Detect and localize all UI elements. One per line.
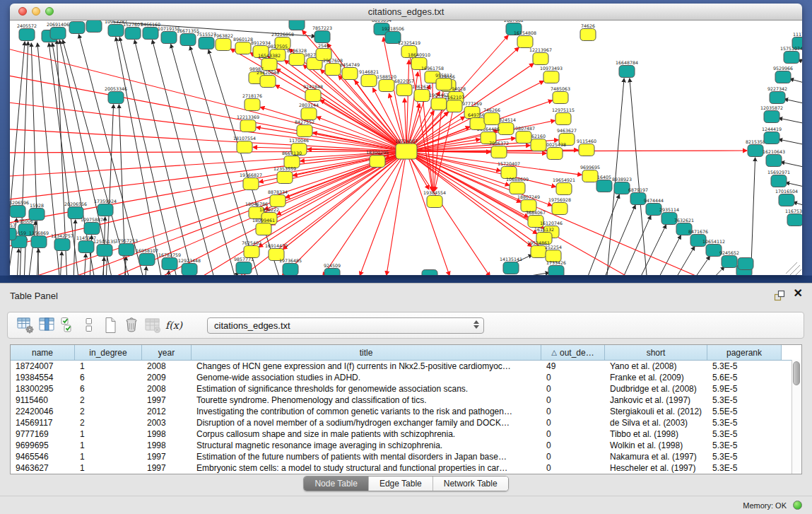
graph-node[interactable]: 10807487 [512,126,535,144]
network-canvas[interactable]: 2405572206914061095328715276079466160107… [10,21,802,275]
graph-node[interactable]: 19736485 [279,258,302,275]
graph-node[interactable]: 15751074 [780,46,802,64]
graph-node[interactable]: 1162107 [445,95,464,112]
graph-node[interactable]: 20691406 [47,22,69,40]
graph-node[interactable]: 1156869 [29,230,49,248]
graph-node[interactable]: 9529966 [773,66,793,83]
graph-node[interactable]: 19654921 [553,177,575,195]
minimize-window-button[interactable] [32,7,40,16]
graph-node[interactable]: 7963822 [213,33,233,51]
graph-node[interactable]: 9146821 [359,69,379,87]
resize-grip-icon[interactable] [786,262,801,275]
graph-node[interactable]: 16033809 [286,21,308,30]
graph-node[interactable]: 20206556 [64,201,87,219]
graph-node[interactable] [69,22,85,34]
table-row[interactable]: 2242004622012Investigating the contribut… [11,406,801,417]
column-header-name[interactable]: name [11,345,75,360]
graph-node[interactable]: 12342757 [51,233,73,251]
graph-node[interactable]: 2718176 [242,93,262,111]
column-header-out_de[interactable]: △out_de… [541,345,605,360]
graph-node[interactable]: 746266 [483,107,500,125]
graph-node[interactable]: 9245652 [719,250,739,268]
graph-node[interactable]: 8960128 [233,37,253,54]
graph-node[interactable]: 10975887 [81,217,103,235]
graph-node[interactable]: 7857223 [312,25,332,43]
graph-node[interactable]: 25206596 [10,200,29,218]
table-row[interactable]: 1830029562008Estimation of significance … [11,383,801,395]
tab-node-table[interactable]: Node Table [304,477,368,491]
graph-node[interactable]: 12923448 [178,258,201,275]
graph-node[interactable]: 23420046 [257,70,279,88]
graph-node[interactable]: 8454749 [340,62,360,80]
close-panel-icon[interactable]: ✕ [794,288,803,299]
float-panel-icon[interactable] [774,290,785,301]
graph-node[interactable]: 1145197 [76,235,96,253]
table-row[interactable]: 946554611997Estimation of the future num… [11,451,801,462]
graph-node[interactable]: 9227342 [767,86,787,104]
scrollbar-thumb[interactable] [793,361,800,385]
graph-node[interactable]: 16671355 [177,28,199,46]
graph-node[interactable]: 16154808 [514,30,536,48]
graph-node[interactable]: 14135141 [500,257,522,274]
graph-node[interactable]: 1527607 [123,22,143,40]
graph-node[interactable]: 955812 [435,73,452,90]
graph-node[interactable]: 19756928 [548,197,571,215]
graph-node[interactable]: 18099461 [252,218,275,235]
graph-node[interactable]: 12213967 [529,47,552,65]
graph-node[interactable]: 12353559 [273,166,296,184]
column-header-in_degree[interactable]: in_degree [75,345,142,360]
graph-node[interactable]: 9115460 [577,139,596,156]
graph-node[interactable]: 8427552 [295,119,314,137]
graph-node[interactable]: 12975115 [552,107,575,125]
network-window-titlebar[interactable]: citations_edges.txt [10,4,802,21]
graph-node[interactable]: 16648784 [616,60,638,78]
graph-node[interactable] [422,270,437,276]
graph-node[interactable]: 1167534 [785,209,802,226]
graph-node[interactable]: 1244419 [762,127,782,144]
graph-node[interactable]: 7485063 [551,86,570,104]
new-column-button[interactable] [100,315,121,335]
graph-node[interactable]: 17016504 [775,189,798,206]
graph-node[interactable]: 19157 [10,223,16,240]
graph-node[interactable]: 62160 [531,134,546,151]
graph-node[interactable]: 18107554 [233,136,256,153]
tab-network-table[interactable]: Network Table [433,477,508,491]
function-builder-button[interactable]: f(x) [163,315,184,335]
graph-node[interactable]: 7986372 [489,141,509,158]
graph-node[interactable]: 1588520 [377,74,396,92]
table-row[interactable]: 911546021997Tourette syndrome. Phenomeno… [11,395,801,406]
graph-node[interactable]: 12505135 [93,239,116,257]
graph-node[interactable]: 18807249 [517,194,540,212]
graph-node[interactable]: 10025438 [543,142,566,160]
table-row[interactable]: 969969511998Structural magnetic resonanc… [11,440,801,451]
column-header-title[interactable]: title [192,345,541,360]
graph-node[interactable]: 8667130 [282,151,302,168]
graph-node[interactable]: 19166827 [240,173,262,190]
graph-node[interactable] [738,258,753,270]
table-row[interactable]: 1456911722003Disruption of a novel membe… [11,417,801,428]
graph-node[interactable]: 8186328 [287,48,307,66]
graph-node[interactable]: 17359924 [94,199,117,216]
column-header-pagerank[interactable]: pagerank [707,345,782,360]
table-settings-button[interactable] [15,315,36,335]
column-header-year[interactable]: year [142,345,192,360]
graph-node[interactable]: 924509 [324,263,341,275]
graph-node[interactable]: 2803144 [299,103,319,120]
table-row[interactable]: 1872400712008Changes of HCN gene express… [11,361,801,372]
graph-node[interactable] [86,21,102,33]
unselect-all-button[interactable] [78,315,100,335]
graph-node[interactable]: 7625402 [242,240,261,258]
graph-node[interactable]: 8878334 [268,189,288,207]
graph-node[interactable]: 74626 [580,23,596,41]
delete-column-button[interactable] [121,315,142,335]
zoom-window-button[interactable] [45,7,54,16]
graph-node[interactable]: 12213369 [237,115,259,132]
graph-node[interactable]: 12035872 [760,105,783,123]
graph-node[interactable]: 6822057 [394,78,414,96]
graph-node[interactable]: 15720407 [498,161,520,179]
graph-node[interactable]: 15928 [29,203,45,221]
graph-node[interactable]: 19384554 [423,190,446,208]
table-selector-dropdown[interactable]: citations_edges.txt [207,317,484,334]
graph-node[interactable]: 2405572 [17,23,37,41]
graph-node[interactable]: 16405 [596,175,612,192]
